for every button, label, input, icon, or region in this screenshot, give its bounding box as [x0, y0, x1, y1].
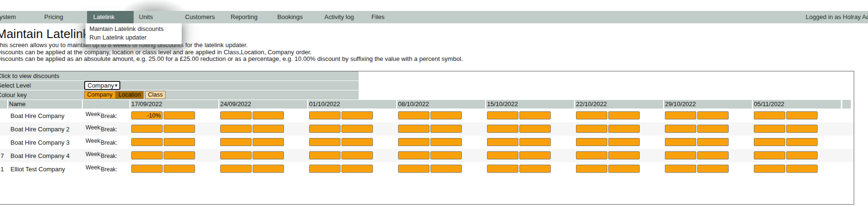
discount-input-week[interactable] [665, 111, 696, 119]
discount-input-week[interactable] [220, 125, 252, 133]
discount-input-week[interactable] [665, 151, 696, 159]
discount-input-week[interactable] [131, 138, 163, 146]
table-bottom-border [0, 204, 854, 205]
discount-input-break[interactable] [697, 151, 729, 159]
row-name[interactable]: Boat Hire Company 4 [10, 152, 69, 159]
discount-input-week[interactable] [487, 111, 518, 119]
discount-input-break[interactable] [341, 165, 373, 173]
discount-input-week[interactable] [220, 151, 252, 159]
discount-input-break[interactable] [519, 125, 551, 133]
discount-input-break[interactable] [430, 111, 462, 119]
discount-input-week[interactable] [309, 165, 341, 173]
level-select[interactable]: Company ▾ [84, 81, 120, 90]
discount-input-week[interactable] [131, 125, 163, 133]
nav-item-customers[interactable]: Customers [185, 11, 215, 23]
discount-input-week[interactable] [309, 125, 341, 133]
discount-input-break[interactable] [697, 111, 729, 119]
menu-item-maintain-latelink-discounts[interactable]: Maintain Latelink discounts [86, 25, 182, 33]
discount-input-break[interactable] [164, 165, 195, 173]
row-name[interactable]: Boat Hire Company [10, 112, 64, 119]
nav-item-files[interactable]: Files [371, 11, 384, 23]
discount-input-week[interactable] [398, 165, 429, 173]
discount-input-week[interactable] [131, 165, 163, 173]
nav-item-pricing[interactable]: Pricing [44, 11, 63, 23]
discount-input-week[interactable] [754, 125, 785, 133]
discount-input-break[interactable] [253, 125, 284, 133]
discount-input-break[interactable] [786, 151, 818, 159]
view-discounts-bar[interactable]: Click to view discounts [0, 71, 359, 80]
discount-input-break[interactable] [519, 151, 551, 159]
discount-input-break[interactable] [164, 125, 195, 133]
discount-input-break[interactable] [519, 138, 551, 146]
discount-input-break[interactable] [253, 151, 284, 159]
discount-input-break[interactable] [430, 165, 462, 173]
discount-input-week[interactable] [576, 111, 607, 119]
row-name[interactable]: Boat Hire Company 3 [10, 139, 69, 146]
discount-input-week[interactable] [665, 138, 696, 146]
discount-input-week[interactable] [398, 138, 429, 146]
discount-input-break[interactable] [253, 111, 284, 119]
nav-item-units[interactable]: Units [139, 11, 153, 23]
nav-item-activity-log[interactable]: Activity log [324, 11, 354, 23]
discount-input-break[interactable] [430, 151, 462, 159]
discount-input-week[interactable] [754, 111, 785, 119]
discount-input-break[interactable] [786, 165, 818, 173]
discount-input-week[interactable] [398, 151, 429, 159]
nav-item-bookings[interactable]: Bookings [277, 11, 302, 23]
row-id: 1 [0, 166, 4, 173]
discount-input-week[interactable] [576, 165, 607, 173]
discount-input-break[interactable] [430, 125, 462, 133]
discount-input-week[interactable] [309, 151, 341, 159]
discount-input-week[interactable] [487, 125, 518, 133]
discount-input-break[interactable] [341, 111, 373, 119]
row-name[interactable]: Boat Hire Company 2 [10, 126, 69, 133]
discount-input-week[interactable] [398, 125, 429, 133]
discount-input-break[interactable] [430, 138, 462, 146]
nav-item-reporting[interactable]: Reporting [231, 11, 257, 23]
discount-input-break[interactable] [519, 165, 551, 173]
discount-input-week[interactable] [576, 138, 607, 146]
discount-input-week[interactable] [754, 151, 785, 159]
discount-input-week[interactable] [487, 151, 518, 159]
discount-input-break[interactable] [786, 111, 818, 119]
discount-input-week[interactable] [220, 138, 252, 146]
discount-input-break[interactable] [608, 138, 640, 146]
nav-item-latelink[interactable]: Latelink [87, 11, 134, 23]
discount-input-week[interactable] [754, 138, 785, 146]
discount-input-break[interactable] [697, 138, 729, 146]
discount-input-break[interactable] [697, 125, 729, 133]
discount-input-break[interactable] [341, 138, 373, 146]
discount-input-break[interactable] [341, 125, 373, 133]
discount-input-break[interactable] [164, 151, 195, 159]
discount-input-break[interactable] [164, 138, 195, 146]
discount-input-break[interactable] [341, 151, 373, 159]
discount-input-break[interactable] [786, 138, 818, 146]
menu-item-run-latelink-updater[interactable]: Run Latelink updater [86, 33, 182, 42]
discount-input-week[interactable] [220, 111, 252, 119]
discount-input-week[interactable] [220, 165, 252, 173]
discount-input-break[interactable] [608, 111, 640, 119]
discount-input-break[interactable] [253, 165, 284, 173]
discount-input-break[interactable] [697, 165, 729, 173]
discount-input-break[interactable] [608, 125, 640, 133]
discount-input-break[interactable] [519, 111, 551, 119]
discount-input-break[interactable] [253, 138, 284, 146]
discount-input-break[interactable] [164, 111, 195, 119]
discount-input-week[interactable] [665, 165, 696, 173]
discount-input-week[interactable] [398, 111, 429, 119]
discount-input-week[interactable] [309, 111, 341, 119]
discount-input-week[interactable] [487, 138, 518, 146]
nav-item-system[interactable]: System [0, 11, 16, 23]
discount-input-week[interactable] [576, 151, 607, 159]
discount-input-week[interactable] [487, 165, 518, 173]
discount-input-week[interactable] [131, 151, 163, 159]
discount-input-break[interactable] [608, 165, 640, 173]
discount-input-week[interactable] [309, 138, 341, 146]
discount-input-week[interactable] [131, 111, 163, 119]
discount-input-break[interactable] [786, 125, 818, 133]
row-name[interactable]: Elliot Test Company [10, 166, 65, 173]
discount-input-week[interactable] [576, 125, 607, 133]
discount-input-week[interactable] [754, 165, 785, 173]
discount-input-break[interactable] [608, 151, 640, 159]
discount-input-week[interactable] [665, 125, 696, 133]
